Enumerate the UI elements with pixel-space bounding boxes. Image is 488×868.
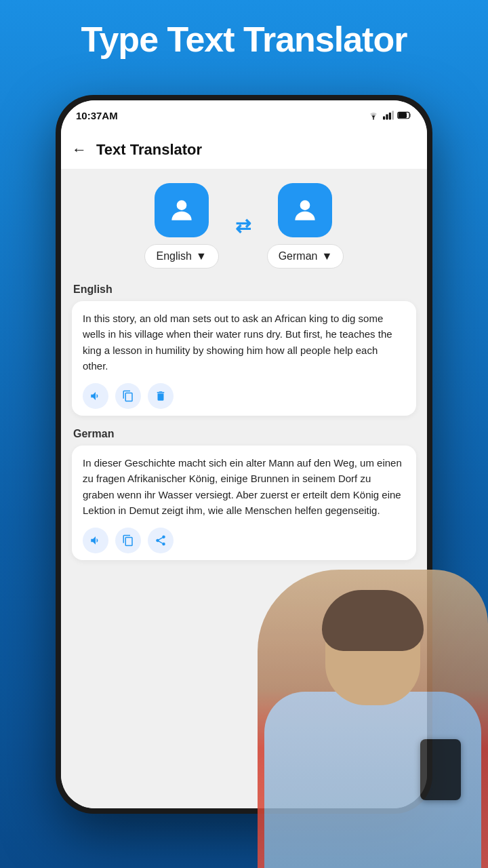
status-time: 10:37AM — [76, 110, 118, 121]
back-button[interactable]: ← — [72, 141, 87, 159]
page-bg-title: Type Text Translator — [0, 19, 488, 60]
source-copy-icon — [122, 390, 134, 402]
svg-rect-1 — [383, 117, 385, 120]
target-sound-button[interactable] — [83, 528, 108, 553]
svg-point-7 — [176, 200, 186, 210]
app-title: Text Translator — [96, 141, 202, 159]
status-icons — [367, 111, 412, 120]
svg-rect-2 — [386, 114, 388, 119]
target-share-button[interactable] — [148, 528, 174, 553]
swap-languages-button[interactable]: ⇄ — [235, 215, 251, 237]
app-header: ← Text Translator — [61, 130, 427, 170]
target-copy-icon — [122, 534, 134, 547]
source-section-label: English — [72, 283, 416, 296]
target-translation-box: In dieser Geschichte macht sich ein alte… — [72, 446, 416, 560]
svg-rect-6 — [399, 113, 407, 118]
target-lang-picker: German ▼ — [267, 183, 344, 269]
source-text-section: English In this story, an old man sets o… — [72, 283, 416, 416]
source-sound-button[interactable] — [83, 383, 108, 409]
svg-point-0 — [373, 118, 374, 119]
source-delete-button[interactable] — [148, 383, 174, 409]
source-translation-text: In this story, an old man sets out to as… — [83, 311, 405, 374]
status-bar: 10:37AM — [61, 100, 427, 130]
target-person-icon — [290, 195, 320, 225]
svg-rect-4 — [392, 111, 394, 120]
svg-point-8 — [300, 200, 310, 210]
source-person-icon — [167, 195, 197, 225]
target-language-label: German — [279, 250, 318, 262]
source-copy-button[interactable] — [115, 383, 141, 409]
wifi-icon — [367, 111, 380, 120]
battery-icon — [397, 111, 412, 119]
source-language-dropdown[interactable]: English ▼ — [144, 244, 219, 269]
target-section-label: German — [72, 428, 416, 440]
target-avatar — [278, 183, 332, 237]
target-translation-text: In dieser Geschichte macht sich ein alte… — [83, 455, 405, 518]
svg-rect-3 — [389, 113, 391, 119]
source-sound-icon — [89, 390, 102, 402]
target-dropdown-arrow: ▼ — [321, 250, 332, 262]
target-sound-icon — [89, 534, 102, 547]
source-action-buttons — [83, 383, 405, 409]
source-avatar — [155, 183, 209, 237]
target-copy-button[interactable] — [115, 528, 141, 553]
signal-icon — [383, 111, 394, 120]
language-selector-row: English ▼ ⇄ — [72, 183, 416, 269]
source-translation-box: In this story, an old man sets out to as… — [72, 301, 416, 416]
source-language-label: English — [157, 250, 192, 262]
target-action-buttons — [83, 528, 405, 553]
target-text-section: German In dieser Geschichte macht sich e… — [72, 428, 416, 560]
target-share-icon — [155, 534, 167, 547]
source-dropdown-arrow: ▼ — [196, 250, 207, 262]
person-decoration — [258, 570, 488, 868]
source-lang-picker: English ▼ — [144, 183, 219, 269]
source-delete-icon — [155, 390, 167, 402]
target-language-dropdown[interactable]: German ▼ — [267, 244, 344, 269]
